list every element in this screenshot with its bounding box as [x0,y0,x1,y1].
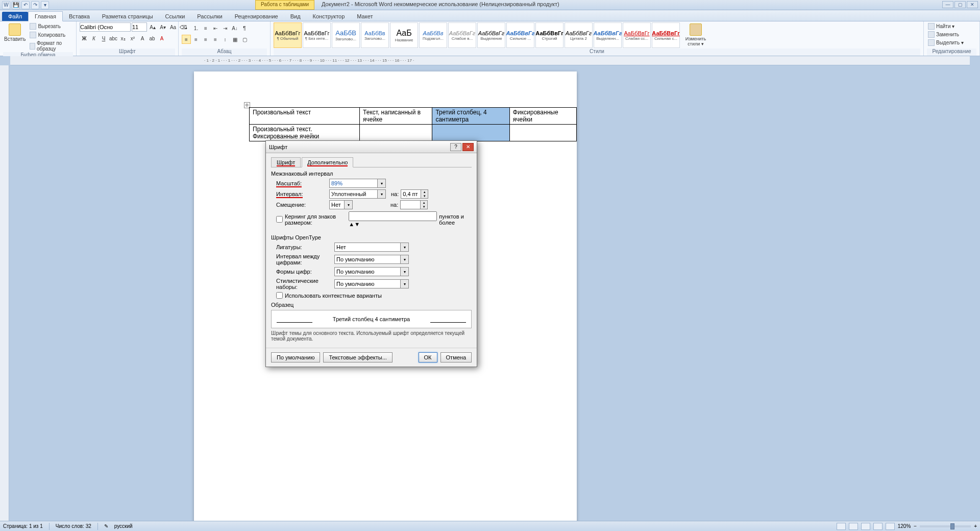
stylistic-sets-combo[interactable]: ▾ [334,279,409,288]
dialog-close-icon[interactable]: ✕ [462,143,474,151]
status-language[interactable]: русский [114,523,133,529]
tab-references[interactable]: Ссылки [159,12,191,21]
font-color-icon[interactable]: A [157,34,166,43]
status-word-count[interactable]: Число слов: 32 [56,523,91,529]
format-painter-button[interactable]: Формат по образцу [29,40,73,52]
find-button[interactable]: Найти ▾ [927,22,955,30]
dialog-titlebar[interactable]: Шрифт ? ✕ [266,141,477,153]
contextual-alternates-checkbox[interactable] [276,292,283,299]
justify-icon[interactable]: ≡ [211,35,220,44]
spin-up-icon[interactable]: ▲ [421,190,428,194]
shrink-font-icon[interactable]: A▾ [158,22,167,32]
tab-table-design[interactable]: Конструктор [307,12,351,21]
document-table[interactable]: Произвольный текст Текст, написанный в я… [249,107,577,141]
chevron-down-icon[interactable]: ▾ [401,243,409,252]
cancel-button[interactable]: Отмена [440,352,472,363]
tab-view[interactable]: Вид [284,12,307,21]
spin-down-icon[interactable]: ▼ [421,205,427,209]
style-intense-emphasis[interactable]: АаБбВвГгСильное ... [506,22,534,48]
chevron-down-icon[interactable]: ▾ [401,279,409,288]
chevron-down-icon[interactable]: ▾ [378,179,386,188]
bullets-icon[interactable]: • [182,23,191,33]
styles-gallery[interactable]: АаБбВвГг¶ Обычный АаБбВвГг¶ Без инте... … [274,22,680,48]
set-default-button[interactable]: По умолчанию [271,352,320,363]
indent-left-icon[interactable]: ⇤ [211,23,220,33]
status-proofing-icon[interactable]: ✎ [104,523,108,529]
kerning-checkbox[interactable] [276,216,283,223]
style-intense-ref[interactable]: АаБбВвГгСильная с... [652,22,680,48]
chevron-down-icon[interactable]: ▾ [345,200,353,209]
kerning-size-spinner[interactable]: ▲▼ [349,211,437,227]
underline-icon[interactable]: Ч [99,34,108,43]
paste-button[interactable]: Вставить [3,22,27,43]
view-web-layout-icon[interactable] [861,523,870,530]
table-cell-selected[interactable]: Третий столбец, 4 сантиметра [432,108,509,125]
highlight-icon[interactable]: ab [148,34,157,43]
tab-insert[interactable]: Вставка [63,12,96,21]
position-by-spinner[interactable]: ▲▼ [400,200,428,209]
table-cell[interactable]: Произвольный текст [250,108,360,125]
font-name-combo[interactable] [80,22,131,32]
style-heading1[interactable]: АаБбВЗаголово... [332,22,360,48]
tab-home[interactable]: Главная [28,11,63,21]
zoom-in-icon[interactable]: + [974,523,977,529]
italic-icon[interactable]: К [89,34,99,43]
view-draft-icon[interactable] [886,523,895,530]
style-intense-quote[interactable]: АаБбВвГгВыделенн... [594,22,622,48]
borders-icon[interactable]: ▢ [240,35,249,44]
view-full-screen-icon[interactable] [849,523,858,530]
view-outline-icon[interactable] [873,523,883,530]
ok-button[interactable]: ОК [419,352,437,363]
indent-right-icon[interactable]: ⇥ [220,23,230,33]
style-quote[interactable]: АаБбВвГгЦитата 2 [565,22,593,48]
change-case-icon[interactable]: Aa [168,22,178,32]
change-styles-button[interactable]: Изменить стили ▾ [682,22,709,47]
minimize-icon[interactable]: — [942,1,953,8]
font-size-combo[interactable] [132,22,147,32]
zoom-slider-thumb[interactable] [950,523,954,529]
ligatures-combo[interactable]: ▾ [334,243,409,252]
table-cell[interactable] [509,125,576,141]
multilevel-icon[interactable]: ≡ [201,23,210,33]
maximize-icon[interactable]: ▢ [954,1,966,8]
style-heading2[interactable]: АаБбВвЗаголово... [361,22,389,48]
table-cell[interactable]: Текст, написанный в ячейке [360,108,432,125]
table-cell-selected[interactable] [432,125,509,141]
sort-icon[interactable]: A↓ [230,23,239,33]
close-icon[interactable]: ✕ [967,1,978,8]
zoom-out-icon[interactable]: − [914,523,917,529]
replace-button[interactable]: Заменить [927,31,960,38]
dialog-help-icon[interactable]: ? [450,143,461,151]
style-title[interactable]: АаБНазвание [390,22,418,48]
align-center-icon[interactable]: ≡ [191,35,201,44]
text-effects-button[interactable]: Текстовые эффекты... [323,352,393,363]
status-zoom[interactable]: 120% [898,523,911,529]
superscript-icon[interactable]: x² [128,34,137,43]
style-normal[interactable]: АаБбВвГг¶ Обычный [274,22,302,48]
bold-icon[interactable]: Ж [80,34,89,43]
strike-icon[interactable]: abc [109,34,118,43]
spacing-combo[interactable]: ▾ [329,189,386,199]
zoom-slider[interactable] [920,525,971,527]
style-emphasis[interactable]: АаБбВвГгВыделение [477,22,505,48]
save-icon[interactable]: 💾 [12,1,20,9]
align-left-icon[interactable]: ≡ [182,35,191,44]
text-effects-icon[interactable]: A [138,34,147,43]
table-cell[interactable]: Произвольный текст. Фиксированные ячейки [250,125,360,141]
tab-mailings[interactable]: Рассылки [191,12,228,21]
scale-combo[interactable]: ▾ [329,179,386,188]
table-row[interactable]: Произвольный текст. Фиксированные ячейки [250,125,577,141]
spin-up-icon[interactable]: ▲ [349,221,354,227]
chevron-down-icon[interactable]: ▾ [378,189,386,199]
spin-up-icon[interactable]: ▲ [421,201,427,205]
style-subtle-ref[interactable]: АаБбВвГгСлабая сс... [623,22,651,48]
tab-table-layout[interactable]: Макет [351,12,379,21]
qat-customize-icon[interactable]: ▾ [41,1,49,9]
dialog-tab-advanced[interactable]: Дополнительно [302,157,353,167]
style-subtitle[interactable]: АаБбВвПодзагол... [419,22,447,48]
vertical-ruler[interactable] [0,65,9,521]
chevron-down-icon[interactable]: ▾ [401,267,409,276]
undo-icon[interactable]: ↶ [21,1,30,9]
table-cell[interactable]: Фиксированные ячейки [509,108,576,125]
shading-icon[interactable]: ▦ [230,35,239,44]
